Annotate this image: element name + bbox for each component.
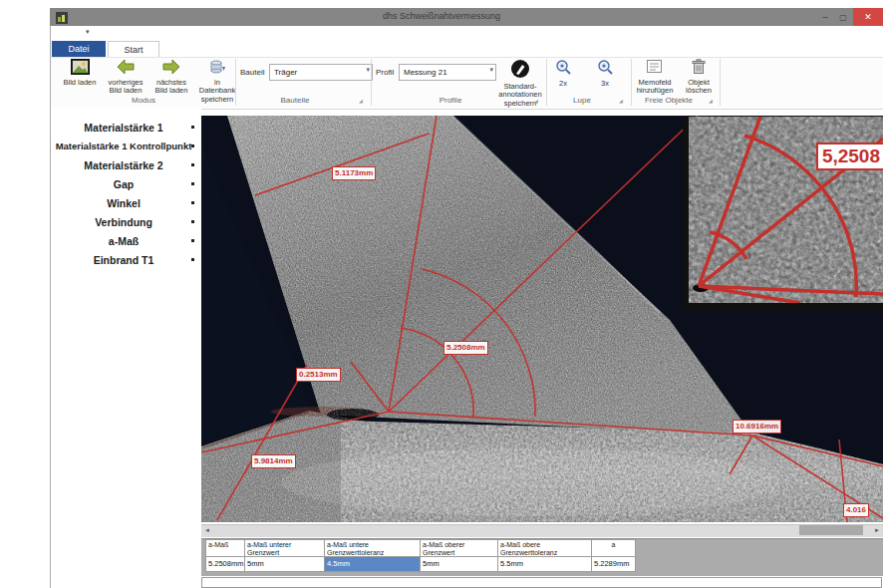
zoom-3x-label: 3x (601, 80, 609, 89)
bottom-panel (201, 577, 882, 588)
ribbon-separator (720, 59, 721, 106)
dialog-launcher-icon[interactable]: ◢ (619, 98, 623, 104)
tab-datei[interactable]: Datei (52, 41, 106, 57)
minimize-button[interactable]: – (817, 8, 833, 26)
magnified-measurement-value: 5,2508 (816, 143, 883, 170)
group-label-lupe: Lupe (546, 96, 618, 105)
dialog-launcher-icon[interactable]: ◢ (359, 98, 363, 104)
profil-combobox[interactable]: Messung 21 ▾ (399, 64, 496, 81)
table-cell-oberer-grenzwert[interactable]: 5mm (420, 557, 498, 572)
next-image-label: nächstes Bild laden (155, 79, 188, 96)
zoom-2x-label: 2x (559, 80, 567, 89)
bauteil-value: Träger (274, 68, 297, 77)
chevron-down-icon: ▾ (489, 66, 493, 74)
bullet-icon (191, 239, 194, 242)
bullet-icon (191, 163, 194, 166)
sidebar-item-a-mass[interactable]: a-Maß (51, 231, 196, 250)
scroll-right-icon[interactable]: ► (871, 524, 883, 536)
magnifier-inset: 5,2508 (683, 117, 883, 311)
column-header: a-Maß unterer Grenzwert (244, 539, 325, 557)
mode-label: Winkel (107, 197, 141, 209)
mode-sidebar: Materialstärke 1 Materialstärke 1 Kontro… (51, 108, 201, 588)
column-header: a-Maß untere Grenzwerttoleranz (324, 539, 421, 557)
measurement-label[interactable]: 0.2513mm (296, 368, 341, 382)
bullet-icon (191, 145, 194, 147)
load-image-label: Bild laden (64, 79, 97, 88)
window-title: dhs Schweißnahtvermessung (50, 11, 833, 21)
measurement-label[interactable]: 5.1173mm (332, 166, 376, 180)
mode-label: Einbrand T1 (94, 254, 154, 266)
tab-start[interactable]: Start (108, 41, 159, 57)
group-label-freie-objekte: Freie Objekte (631, 96, 707, 105)
table-cell-unterer-grenzwert[interactable]: 5mm (244, 557, 325, 572)
maximize-button[interactable]: ▢ (835, 8, 851, 26)
mode-label: Materialstärke 1 Kontrollpunkt (56, 141, 192, 151)
delete-object-label: Objekt löschen (686, 79, 712, 96)
scrollbar-thumb[interactable] (799, 525, 863, 535)
add-memo-field-label: Memofeld hinzufügen (637, 79, 674, 96)
bullet-icon (191, 182, 194, 185)
table-cell-untere-toleranz-selected[interactable]: 4.5mm (324, 557, 421, 572)
results-table: a-Maß a-Maß unterer Grenzwert a-Maß unte… (201, 538, 883, 576)
database-icon (208, 59, 226, 78)
measurement-label[interactable]: 5.2508mm (443, 341, 488, 355)
mode-label: Materialstärke 2 (84, 159, 162, 171)
scroll-left-icon[interactable]: ◄ (201, 524, 213, 536)
close-button[interactable]: ✕ (853, 8, 883, 26)
sidebar-item-winkel[interactable]: Winkel (51, 193, 196, 212)
table-cell-a-mass[interactable]: 5.2508mm (205, 557, 245, 572)
column-header: a-Maß (205, 539, 245, 557)
next-image-button[interactable]: nächstes Bild laden (149, 59, 193, 96)
chevron-down-icon: ▾ (366, 66, 370, 74)
zoom-2x-button[interactable]: 2x (550, 59, 576, 88)
dialog-launcher-icon[interactable]: ◢ (709, 98, 713, 104)
sidebar-item-materialstaerke-1[interactable]: Materialstärke 1 (51, 118, 196, 137)
memo-icon (646, 59, 664, 78)
quick-access-dropdown-icon[interactable]: ▾ (86, 28, 90, 36)
bullet-icon (191, 126, 194, 129)
group-label-bauteile: Bauteile (235, 96, 355, 105)
measurement-label[interactable]: 10.6916mm (733, 420, 781, 434)
previous-image-button[interactable]: vorheriges Bild laden (104, 59, 147, 96)
sidebar-item-verbindung[interactable]: Verbindung (51, 212, 196, 231)
trash-icon (692, 59, 706, 78)
sidebar-item-materialstaerke-2[interactable]: Materialstärke 2 (51, 155, 196, 174)
table-cell-obere-toleranz[interactable]: 5.5mm (497, 557, 592, 572)
sidebar-item-materialstaerke-1-kontrollpunkt[interactable]: Materialstärke 1 Kontrollpunkt (51, 137, 196, 155)
group-label-profile: Profile (371, 96, 530, 105)
bullet-icon (191, 220, 194, 223)
mode-label: a-Maß (109, 235, 139, 247)
column-header: a (591, 539, 636, 557)
measurement-label[interactable]: 4.016 (843, 503, 869, 517)
image-icon (71, 59, 90, 78)
app-window: dhs Schweißnahtvermessung – ▢ ✕ ▾ Datei … (0, 0, 883, 588)
group-label-modus: Modus (52, 96, 235, 105)
arrow-right-icon (161, 59, 181, 78)
profil-value: Messung 21 (404, 68, 447, 77)
add-memo-field-button[interactable]: Memofeld hinzufügen (634, 59, 676, 96)
bauteil-field-label: Bauteil (240, 68, 264, 77)
magnifier-icon (555, 59, 572, 79)
horizontal-scrollbar[interactable] (201, 524, 883, 537)
mode-label: Verbindung (95, 216, 152, 228)
arrow-left-icon (116, 59, 136, 78)
bauteil-combobox[interactable]: Träger ▾ (269, 64, 373, 81)
previous-image-label: vorheriges Bild laden (108, 79, 143, 96)
column-header: a-Maß oberer Grenzwert (420, 539, 498, 557)
magnifier-icon (597, 59, 614, 79)
table-cell-result[interactable]: 5.2289mm (591, 557, 636, 572)
sidebar-item-einbrand-t1[interactable]: Einbrand T1 (51, 250, 196, 269)
zoom-3x-button[interactable]: 3x (592, 59, 618, 88)
load-image-button[interactable]: Bild laden (58, 59, 102, 87)
delete-object-button[interactable]: Objekt löschen (680, 59, 718, 96)
measurement-label[interactable]: 5.9814mm (251, 454, 296, 468)
mode-label: Materialstärke 1 (84, 122, 162, 134)
pen-circle-icon (510, 59, 530, 82)
mode-label: Gap (114, 178, 134, 190)
dialog-launcher-icon[interactable]: ◢ (534, 98, 538, 104)
column-header: a-Maß obere Grenzwerttoleranz (497, 539, 592, 557)
bullet-icon (191, 201, 194, 204)
sidebar-item-gap[interactable]: Gap (51, 174, 196, 193)
profil-field-label: Profil (376, 68, 394, 77)
bullet-icon (191, 258, 194, 261)
